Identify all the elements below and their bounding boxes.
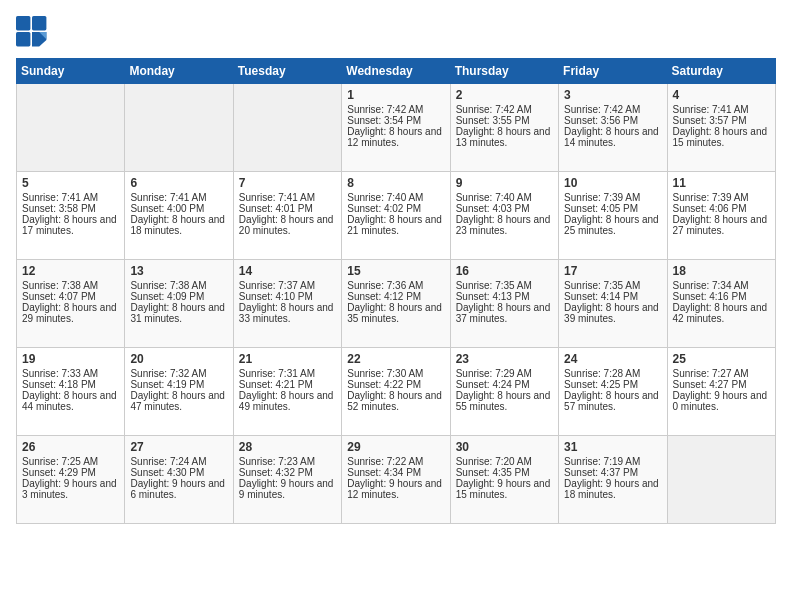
daylight-text: Daylight: 8 hours and 37 minutes. <box>456 302 551 324</box>
calendar-cell: 20Sunrise: 7:32 AMSunset: 4:19 PMDayligh… <box>125 348 233 436</box>
day-number: 5 <box>22 176 119 190</box>
sunset-text: Sunset: 4:37 PM <box>564 467 638 478</box>
calendar-cell: 29Sunrise: 7:22 AMSunset: 4:34 PMDayligh… <box>342 436 450 524</box>
calendar-table: SundayMondayTuesdayWednesdayThursdayFrid… <box>16 58 776 524</box>
sunrise-text: Sunrise: 7:34 AM <box>673 280 749 291</box>
svg-rect-1 <box>32 16 46 30</box>
daylight-text: Daylight: 8 hours and 33 minutes. <box>239 302 334 324</box>
svg-rect-2 <box>16 32 30 46</box>
calendar-cell: 25Sunrise: 7:27 AMSunset: 4:27 PMDayligh… <box>667 348 775 436</box>
day-number: 28 <box>239 440 336 454</box>
sunrise-text: Sunrise: 7:42 AM <box>456 104 532 115</box>
daylight-text: Daylight: 8 hours and 21 minutes. <box>347 214 442 236</box>
day-number: 17 <box>564 264 661 278</box>
calendar-cell: 11Sunrise: 7:39 AMSunset: 4:06 PMDayligh… <box>667 172 775 260</box>
sunrise-text: Sunrise: 7:30 AM <box>347 368 423 379</box>
daylight-text: Daylight: 8 hours and 14 minutes. <box>564 126 659 148</box>
daylight-text: Daylight: 8 hours and 23 minutes. <box>456 214 551 236</box>
sunset-text: Sunset: 3:57 PM <box>673 115 747 126</box>
calendar-cell: 14Sunrise: 7:37 AMSunset: 4:10 PMDayligh… <box>233 260 341 348</box>
sunset-text: Sunset: 4:02 PM <box>347 203 421 214</box>
sunrise-text: Sunrise: 7:35 AM <box>564 280 640 291</box>
day-number: 4 <box>673 88 770 102</box>
daylight-text: Daylight: 8 hours and 39 minutes. <box>564 302 659 324</box>
day-number: 9 <box>456 176 553 190</box>
sunrise-text: Sunrise: 7:40 AM <box>347 192 423 203</box>
calendar-cell: 16Sunrise: 7:35 AMSunset: 4:13 PMDayligh… <box>450 260 558 348</box>
day-number: 14 <box>239 264 336 278</box>
sunrise-text: Sunrise: 7:41 AM <box>239 192 315 203</box>
daylight-text: Daylight: 8 hours and 55 minutes. <box>456 390 551 412</box>
sunset-text: Sunset: 4:16 PM <box>673 291 747 302</box>
day-number: 27 <box>130 440 227 454</box>
sunrise-text: Sunrise: 7:23 AM <box>239 456 315 467</box>
calendar-cell <box>667 436 775 524</box>
sunset-text: Sunset: 4:07 PM <box>22 291 96 302</box>
daylight-text: Daylight: 8 hours and 47 minutes. <box>130 390 225 412</box>
daylight-text: Daylight: 8 hours and 29 minutes. <box>22 302 117 324</box>
daylight-text: Daylight: 8 hours and 18 minutes. <box>130 214 225 236</box>
sunrise-text: Sunrise: 7:37 AM <box>239 280 315 291</box>
daylight-text: Daylight: 8 hours and 49 minutes. <box>239 390 334 412</box>
daylight-text: Daylight: 8 hours and 27 minutes. <box>673 214 768 236</box>
calendar-cell: 7Sunrise: 7:41 AMSunset: 4:01 PMDaylight… <box>233 172 341 260</box>
daylight-text: Daylight: 8 hours and 20 minutes. <box>239 214 334 236</box>
calendar-cell: 26Sunrise: 7:25 AMSunset: 4:29 PMDayligh… <box>17 436 125 524</box>
calendar-cell: 31Sunrise: 7:19 AMSunset: 4:37 PMDayligh… <box>559 436 667 524</box>
day-number: 16 <box>456 264 553 278</box>
calendar-cell: 5Sunrise: 7:41 AMSunset: 3:58 PMDaylight… <box>17 172 125 260</box>
sunset-text: Sunset: 4:12 PM <box>347 291 421 302</box>
sunset-text: Sunset: 4:32 PM <box>239 467 313 478</box>
sunset-text: Sunset: 4:18 PM <box>22 379 96 390</box>
calendar-cell: 21Sunrise: 7:31 AMSunset: 4:21 PMDayligh… <box>233 348 341 436</box>
day-number: 19 <box>22 352 119 366</box>
sunrise-text: Sunrise: 7:20 AM <box>456 456 532 467</box>
sunset-text: Sunset: 3:54 PM <box>347 115 421 126</box>
page-header <box>16 16 776 48</box>
day-number: 30 <box>456 440 553 454</box>
day-of-week-wednesday: Wednesday <box>342 59 450 84</box>
calendar-cell: 4Sunrise: 7:41 AMSunset: 3:57 PMDaylight… <box>667 84 775 172</box>
sunset-text: Sunset: 4:14 PM <box>564 291 638 302</box>
day-number: 10 <box>564 176 661 190</box>
daylight-text: Daylight: 8 hours and 52 minutes. <box>347 390 442 412</box>
daylight-text: Daylight: 9 hours and 12 minutes. <box>347 478 442 500</box>
day-number: 3 <box>564 88 661 102</box>
sunset-text: Sunset: 4:01 PM <box>239 203 313 214</box>
day-number: 25 <box>673 352 770 366</box>
day-number: 23 <box>456 352 553 366</box>
day-number: 26 <box>22 440 119 454</box>
day-of-week-friday: Friday <box>559 59 667 84</box>
day-number: 21 <box>239 352 336 366</box>
sunrise-text: Sunrise: 7:32 AM <box>130 368 206 379</box>
sunset-text: Sunset: 4:05 PM <box>564 203 638 214</box>
sunrise-text: Sunrise: 7:35 AM <box>456 280 532 291</box>
day-number: 2 <box>456 88 553 102</box>
daylight-text: Daylight: 8 hours and 25 minutes. <box>564 214 659 236</box>
calendar-cell: 18Sunrise: 7:34 AMSunset: 4:16 PMDayligh… <box>667 260 775 348</box>
calendar-cell: 9Sunrise: 7:40 AMSunset: 4:03 PMDaylight… <box>450 172 558 260</box>
sunrise-text: Sunrise: 7:31 AM <box>239 368 315 379</box>
day-number: 20 <box>130 352 227 366</box>
day-number: 8 <box>347 176 444 190</box>
sunset-text: Sunset: 4:34 PM <box>347 467 421 478</box>
daylight-text: Daylight: 9 hours and 3 minutes. <box>22 478 117 500</box>
calendar-cell: 30Sunrise: 7:20 AMSunset: 4:35 PMDayligh… <box>450 436 558 524</box>
calendar-cell: 3Sunrise: 7:42 AMSunset: 3:56 PMDaylight… <box>559 84 667 172</box>
sunrise-text: Sunrise: 7:38 AM <box>130 280 206 291</box>
sunset-text: Sunset: 4:29 PM <box>22 467 96 478</box>
day-number: 13 <box>130 264 227 278</box>
sunset-text: Sunset: 4:03 PM <box>456 203 530 214</box>
sunrise-text: Sunrise: 7:29 AM <box>456 368 532 379</box>
daylight-text: Daylight: 8 hours and 31 minutes. <box>130 302 225 324</box>
day-of-week-monday: Monday <box>125 59 233 84</box>
sunset-text: Sunset: 4:06 PM <box>673 203 747 214</box>
sunset-text: Sunset: 4:19 PM <box>130 379 204 390</box>
sunset-text: Sunset: 4:00 PM <box>130 203 204 214</box>
calendar-cell: 22Sunrise: 7:30 AMSunset: 4:22 PMDayligh… <box>342 348 450 436</box>
sunset-text: Sunset: 3:56 PM <box>564 115 638 126</box>
daylight-text: Daylight: 8 hours and 15 minutes. <box>673 126 768 148</box>
sunset-text: Sunset: 4:30 PM <box>130 467 204 478</box>
calendar-cell <box>17 84 125 172</box>
logo <box>16 16 52 48</box>
